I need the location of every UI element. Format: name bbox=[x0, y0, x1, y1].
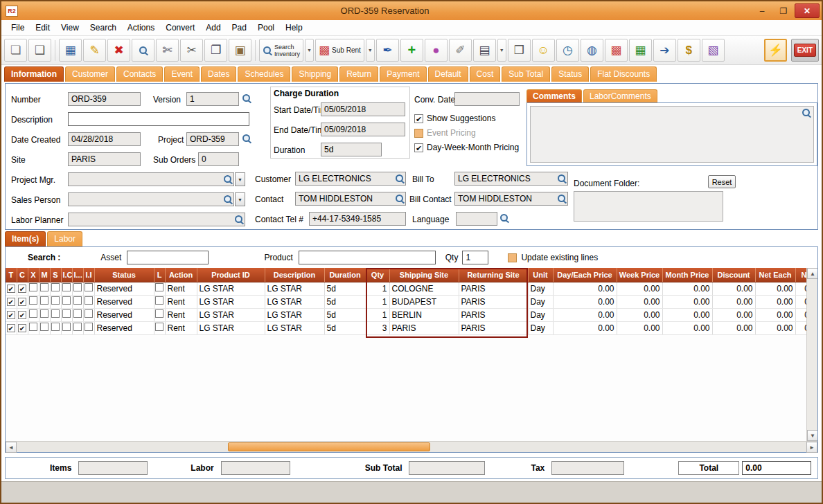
tab-items[interactable]: Item(s) bbox=[5, 231, 46, 246]
bill-to-field[interactable]: LG ELECTRONICS bbox=[454, 172, 568, 186]
tab-return[interactable]: Return bbox=[339, 66, 378, 82]
menu-help[interactable]: Help bbox=[280, 21, 308, 35]
column-header[interactable]: Shipping Site bbox=[389, 268, 459, 282]
column-header[interactable]: Month Price bbox=[662, 268, 712, 282]
history-button[interactable]: ◷ bbox=[556, 39, 579, 62]
tab-sub-total[interactable]: Sub Total bbox=[502, 66, 550, 82]
show-suggestions-checkbox[interactable]: ✔ bbox=[414, 114, 423, 123]
paste-button[interactable]: ▣ bbox=[229, 39, 251, 62]
row-checkbox[interactable] bbox=[85, 323, 93, 331]
row-checkbox[interactable] bbox=[51, 296, 60, 305]
product-input[interactable] bbox=[299, 251, 436, 264]
labor-total-field[interactable] bbox=[221, 461, 290, 475]
description-field[interactable] bbox=[68, 112, 249, 126]
customer-field[interactable]: LG ELECTRONICS bbox=[295, 172, 406, 186]
column-header[interactable]: I.I bbox=[83, 268, 94, 282]
items-total-field[interactable] bbox=[78, 461, 148, 475]
row-checkbox[interactable] bbox=[29, 309, 37, 318]
menu-edit[interactable]: Edit bbox=[30, 21, 55, 35]
convert-button[interactable]: ✄ bbox=[156, 39, 179, 62]
maximize-button[interactable]: ❐ bbox=[773, 3, 794, 18]
project-field[interactable]: ORD-359 bbox=[186, 132, 239, 146]
tab-event[interactable]: Event bbox=[164, 66, 200, 82]
menu-pool[interactable]: Pool bbox=[252, 21, 280, 35]
row-checkbox[interactable] bbox=[62, 296, 71, 305]
print-preview-button[interactable]: ❒ bbox=[508, 39, 531, 62]
comments-textarea[interactable] bbox=[530, 106, 814, 163]
column-header[interactable]: Discount bbox=[712, 268, 755, 282]
row-checkbox[interactable] bbox=[85, 296, 93, 305]
vertical-scroll-track[interactable] bbox=[807, 279, 817, 430]
tab-cost[interactable]: Cost bbox=[470, 66, 501, 82]
contact-search-icon[interactable] bbox=[395, 194, 405, 204]
column-header[interactable]: I... bbox=[72, 268, 83, 282]
horizontal-scrollbar[interactable]: ◄ ► bbox=[6, 441, 817, 452]
tab-dates[interactable]: Dates bbox=[201, 66, 236, 82]
site-field[interactable]: PARIS bbox=[68, 152, 141, 166]
add-line-button[interactable]: + bbox=[400, 39, 423, 62]
customer-search-icon[interactable] bbox=[395, 174, 405, 183]
notes-button[interactable]: ✐ bbox=[449, 39, 472, 62]
column-header[interactable]: Status bbox=[94, 268, 154, 282]
language-field[interactable] bbox=[456, 212, 497, 226]
cut-button[interactable]: ✂ bbox=[180, 39, 203, 62]
column-header[interactable]: I.C bbox=[61, 268, 72, 282]
bill-contact-search-icon[interactable] bbox=[557, 194, 567, 204]
column-header[interactable]: Product ID bbox=[197, 268, 265, 282]
save-button[interactable]: ▦ bbox=[59, 39, 82, 62]
row-checkbox[interactable] bbox=[155, 309, 163, 318]
sales-person-field[interactable] bbox=[68, 192, 234, 206]
row-checkbox[interactable] bbox=[73, 323, 82, 331]
menu-add[interactable]: Add bbox=[200, 21, 226, 35]
schedule-button[interactable]: ▦ bbox=[629, 39, 652, 62]
tab-comments[interactable]: Comments bbox=[526, 89, 582, 103]
tab-labor[interactable]: Labor bbox=[47, 231, 82, 246]
column-header[interactable]: Qty bbox=[366, 268, 389, 282]
contact-field[interactable]: TOM HIDDLESTON bbox=[295, 192, 406, 206]
row-checkbox[interactable] bbox=[51, 309, 60, 318]
web-button[interactable]: ◍ bbox=[581, 39, 603, 62]
sub-total-field[interactable] bbox=[409, 461, 485, 475]
row-checkbox[interactable]: ✔ bbox=[7, 324, 15, 332]
wand-button[interactable]: ⚡ bbox=[764, 39, 787, 62]
conv-date-field[interactable] bbox=[454, 92, 520, 106]
row-checkbox[interactable]: ✔ bbox=[18, 324, 26, 332]
search-inventory-button[interactable]: Search Inventory bbox=[259, 39, 303, 62]
start-date-field[interactable]: 05/05/2018 bbox=[321, 102, 405, 116]
table-row[interactable]: ✔ ✔ Reserved Rent LG STAR bbox=[6, 308, 817, 321]
cube-button[interactable]: ▩ bbox=[605, 39, 628, 62]
reset-button[interactable]: Reset bbox=[708, 175, 736, 188]
row-checkbox[interactable] bbox=[73, 296, 82, 305]
tab-default[interactable]: Default bbox=[428, 66, 468, 82]
menu-view[interactable]: View bbox=[55, 21, 85, 35]
row-checkbox[interactable] bbox=[51, 323, 60, 331]
project-mgr-dropdown[interactable]: ▼ bbox=[235, 172, 245, 186]
sales-person-dropdown[interactable]: ▼ bbox=[235, 192, 245, 206]
event-pricing-checkbox[interactable] bbox=[414, 129, 423, 138]
asset-input[interactable] bbox=[127, 251, 209, 264]
contact-tel-field[interactable]: +44-17-5349-1585 bbox=[309, 212, 406, 226]
bill-to-search-icon[interactable] bbox=[557, 174, 567, 183]
scroll-up-icon[interactable]: ▲ bbox=[807, 268, 817, 279]
pool-button[interactable]: ● bbox=[425, 39, 448, 62]
menu-search[interactable]: Search bbox=[85, 21, 122, 35]
qty-input[interactable]: 1 bbox=[462, 251, 488, 264]
sub-orders-field[interactable]: 0 bbox=[198, 152, 239, 166]
project-search-icon[interactable] bbox=[242, 134, 251, 143]
row-checkbox[interactable] bbox=[85, 309, 93, 318]
labor-planner-field[interactable] bbox=[68, 213, 245, 226]
horizontal-scroll-track[interactable] bbox=[17, 442, 806, 452]
column-header[interactable]: Duration bbox=[324, 268, 366, 282]
row-checkbox[interactable] bbox=[85, 283, 93, 291]
row-checkbox[interactable]: ✔ bbox=[18, 311, 26, 319]
row-checkbox[interactable] bbox=[62, 309, 71, 318]
tab-schedules[interactable]: Schedules bbox=[238, 66, 290, 82]
number-field[interactable]: ORD-359 bbox=[68, 92, 141, 106]
tab-contacts[interactable]: Contacts bbox=[116, 66, 163, 82]
row-checkbox[interactable]: ✔ bbox=[7, 298, 15, 306]
version-field[interactable]: 1 bbox=[186, 92, 239, 106]
column-header[interactable]: Day/Each Price bbox=[553, 268, 617, 282]
pad-button[interactable]: ▤ bbox=[473, 39, 496, 62]
column-header[interactable]: Net Each bbox=[755, 268, 795, 282]
row-checkbox[interactable] bbox=[62, 323, 71, 331]
